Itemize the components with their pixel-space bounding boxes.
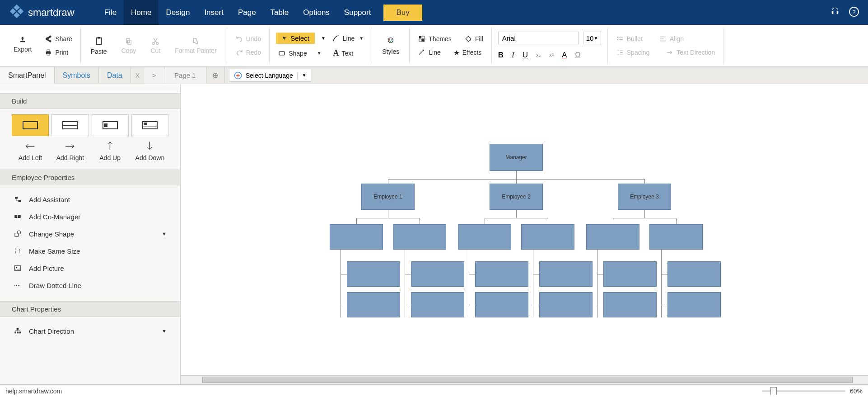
language-selector[interactable]: Select Language |▼ [229, 69, 312, 82]
node-blank[interactable] [393, 224, 446, 250]
nav-support[interactable]: Support [337, 0, 378, 25]
nav-home[interactable]: Home [124, 0, 159, 25]
svg-rect-10 [96, 38, 101, 45]
node-blank[interactable] [667, 261, 721, 287]
styles-button[interactable]: Styles [378, 34, 403, 57]
node-blank[interactable] [330, 224, 383, 250]
svg-point-19 [390, 41, 392, 43]
node-blank[interactable] [539, 292, 593, 317]
node-blank[interactable] [347, 261, 400, 287]
dotted-label: Draw Dotted Line [29, 282, 81, 289]
same-size-button[interactable]: Make Same Size [12, 242, 168, 260]
add-picture-button[interactable]: Add Picture [12, 260, 168, 277]
buy-button[interactable]: Buy [383, 5, 422, 21]
nav-table[interactable]: Table [263, 0, 296, 25]
chart-direction-button[interactable]: Chart Direction▼ [12, 322, 168, 340]
node-emp1[interactable]: Employee 1 [361, 184, 415, 210]
font-family-input[interactable] [498, 32, 579, 44]
add-left-button[interactable]: 🡐Add Left [12, 141, 49, 161]
add-page-button[interactable]: ⊕ [206, 67, 224, 84]
node-blank[interactable] [458, 224, 511, 250]
add-comanager-button[interactable]: Add Co-Manager [12, 208, 168, 225]
node-manager[interactable]: Manager [490, 144, 543, 171]
cut-button[interactable]: Cut [147, 35, 164, 56]
svg-rect-9 [47, 53, 50, 55]
svg-text:?: ? [852, 8, 855, 15]
horizontal-scrollbar[interactable] [181, 375, 868, 384]
node-blank[interactable] [667, 292, 721, 317]
node-emp3[interactable]: Employee 3 [618, 184, 671, 210]
spacing-button[interactable]: Spacing [614, 47, 652, 57]
select-dropdown[interactable]: ▼ [321, 36, 326, 41]
add-assistant-button[interactable]: Add Assistant [12, 191, 168, 208]
select-tool[interactable]: Select [276, 33, 315, 44]
node-blank[interactable] [475, 261, 528, 287]
build-box-split[interactable] [51, 114, 89, 136]
node-blank[interactable] [475, 292, 528, 317]
text-direction-button[interactable]: Text Direction [664, 47, 717, 57]
canvas-area[interactable]: Manager Employee 1 Employee 2 Employee 3 [181, 84, 868, 384]
subscript-button[interactable]: x₂ [536, 52, 541, 58]
nav-design[interactable]: Design [159, 0, 197, 25]
nav-page[interactable]: Page [231, 0, 263, 25]
share-button[interactable]: Share [42, 34, 74, 44]
underline-button[interactable]: U [523, 51, 528, 60]
node-blank[interactable] [521, 224, 574, 250]
node-blank[interactable] [411, 292, 464, 317]
node-blank[interactable] [649, 224, 703, 250]
nav-options[interactable]: Options [296, 0, 337, 25]
redo-button[interactable]: Redo [233, 47, 263, 57]
fill-button[interactable]: Fill [462, 34, 485, 44]
node-blank[interactable] [347, 292, 400, 317]
node-blank[interactable] [603, 292, 657, 317]
paste-button[interactable]: Paste [87, 34, 111, 57]
node-blank[interactable] [411, 261, 464, 287]
tab-data[interactable]: Data [99, 67, 131, 84]
change-shape-button[interactable]: Change Shape▼ [12, 225, 168, 242]
nav-file[interactable]: File [97, 0, 124, 25]
page-tab-1[interactable]: Page 1 [164, 67, 206, 84]
format-painter-button[interactable]: Format Painter [171, 35, 220, 56]
italic-button[interactable]: I [512, 51, 514, 60]
font-color-button[interactable]: A [562, 51, 567, 60]
symbol-button[interactable]: Ω [575, 51, 581, 60]
print-button[interactable]: Print [42, 47, 74, 57]
node-blank[interactable] [603, 261, 657, 287]
undo-button[interactable]: Undo [233, 34, 263, 44]
node-blank[interactable] [539, 261, 593, 287]
add-right-button[interactable]: 🡒Add Right [51, 141, 89, 161]
tab-smartpanel[interactable]: SmartPanel [0, 67, 55, 84]
tab-symbols[interactable]: Symbols [55, 67, 99, 84]
align-label: Align [670, 35, 684, 43]
help-icon[interactable]: ? [849, 7, 859, 19]
zoom-slider[interactable] [762, 390, 845, 392]
dotted-line-button[interactable]: Draw Dotted Line [12, 277, 168, 294]
bold-button[interactable]: B [498, 51, 504, 60]
node-blank[interactable] [586, 224, 639, 250]
build-box-plain[interactable] [12, 114, 49, 136]
add-up-button[interactable]: 🡑Add Up [92, 141, 129, 161]
node-emp2[interactable]: Employee 2 [490, 184, 543, 210]
nav-insert[interactable]: Insert [197, 0, 231, 25]
align-button[interactable]: Align [657, 34, 686, 44]
app-logo[interactable]: smartdraw [9, 4, 75, 22]
headset-icon[interactable] [830, 7, 840, 19]
shape-tool[interactable]: Shape▼ [276, 48, 323, 58]
themes-button[interactable]: Themes [416, 34, 453, 44]
fill-label: Fill [475, 35, 483, 43]
text-tool[interactable]: AText [331, 47, 355, 59]
add-down-button[interactable]: 🡓Add Down [131, 141, 168, 161]
page-nav-prev[interactable]: > [144, 67, 164, 84]
effects-button[interactable]: ★Effects [452, 47, 484, 58]
font-size-input[interactable]: 10▼ [583, 32, 601, 44]
build-box-photo-left[interactable] [92, 114, 129, 136]
export-label: Export [14, 46, 32, 53]
panel-close[interactable]: X [131, 67, 144, 84]
line-tool[interactable]: Line▼ [330, 33, 365, 43]
copy-button[interactable]: Copy [118, 35, 140, 56]
superscript-button[interactable]: x² [549, 52, 554, 58]
bullet-button[interactable]: Bullet [614, 34, 644, 44]
build-box-photo-top[interactable] [131, 114, 168, 136]
export-button[interactable]: Export [10, 34, 35, 57]
line-style-button[interactable]: Line [416, 47, 442, 57]
